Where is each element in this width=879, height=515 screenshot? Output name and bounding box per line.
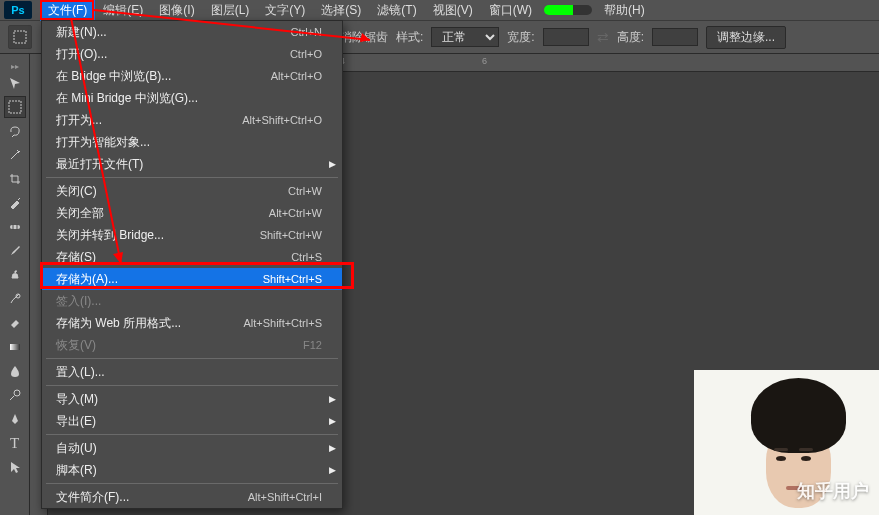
file-menu-dropdown: 新建(N)...Ctrl+N打开(O)...Ctrl+O在 Bridge 中浏览… [41,20,343,509]
menu-item[interactable]: 最近打开文件(T)▶ [42,153,342,175]
style-select[interactable]: 正常 [431,27,499,47]
eyedropper-tool[interactable] [4,192,26,214]
menu-item-label: 新建(N)... [56,24,107,41]
menu-item[interactable]: 存储为(A)...Shift+Ctrl+S [42,268,342,290]
crop-tool[interactable] [4,168,26,190]
dodge-tool[interactable] [4,384,26,406]
menu-select[interactable]: 选择(S) [313,0,369,21]
clone-stamp-tool[interactable] [4,264,26,286]
brush-tool[interactable] [4,240,26,262]
menu-item[interactable]: 置入(L)... [42,361,342,383]
menu-item-shortcut: Alt+Shift+Ctrl+I [248,491,322,503]
document-image: 知乎用户 [694,370,879,515]
antialias-label: 消除锯齿 [340,29,388,46]
healing-brush-tool[interactable] [4,216,26,238]
menu-item[interactable]: 打开(O)...Ctrl+O [42,43,342,65]
style-label: 样式: [396,29,423,46]
menu-item-shortcut: F12 [303,339,322,351]
menu-view[interactable]: 视图(V) [425,0,481,21]
expand-toolbar-icon[interactable]: ▸▸ [10,62,20,70]
menu-item-shortcut: Alt+Shift+Ctrl+S [243,317,322,329]
menu-item-shortcut: Shift+Ctrl+W [260,229,322,241]
menu-item: 恢复(V)F12 [42,334,342,356]
menu-item-label: 关闭并转到 Bridge... [56,227,164,244]
menu-item-label: 存储为(A)... [56,271,118,288]
menu-item[interactable]: 关闭全部Alt+Ctrl+W [42,202,342,224]
menu-item-shortcut: Ctrl+N [291,26,322,38]
menu-item[interactable]: 打开为智能对象... [42,131,342,153]
svg-rect-0 [14,31,26,43]
height-input[interactable] [652,28,698,46]
refine-edge-button[interactable]: 调整边缘... [706,26,786,49]
tool-preset-icon[interactable] [8,25,32,49]
menu-item-shortcut: Alt+Ctrl+W [269,207,322,219]
menu-item-label: 存储为 Web 所用格式... [56,315,181,332]
menu-window[interactable]: 窗口(W) [481,0,540,21]
submenu-arrow-icon: ▶ [329,394,336,404]
menu-type[interactable]: 文字(Y) [257,0,313,21]
menu-item: 签入(I)... [42,290,342,312]
menu-item-label: 自动(U) [56,440,97,457]
path-selection-tool[interactable] [4,456,26,478]
menu-item[interactable]: 在 Mini Bridge 中浏览(G)... [42,87,342,109]
gradient-tool[interactable] [4,336,26,358]
menu-item-label: 在 Mini Bridge 中浏览(G)... [56,90,198,107]
menu-item-label: 打开为智能对象... [56,134,150,151]
submenu-arrow-icon: ▶ [329,159,336,169]
menu-item-label: 置入(L)... [56,364,105,381]
swap-icon[interactable]: ⇄ [597,29,609,45]
lasso-tool[interactable] [4,120,26,142]
menu-image[interactable]: 图像(I) [151,0,202,21]
menu-item[interactable]: 脚本(R)▶ [42,459,342,481]
type-tool[interactable]: T [4,432,26,454]
menu-item-label: 导出(E) [56,413,96,430]
marquee-tool[interactable] [4,96,26,118]
submenu-arrow-icon: ▶ [329,465,336,475]
menu-item[interactable]: 新建(N)...Ctrl+N [42,21,342,43]
menu-item[interactable]: 存储(S)Ctrl+S [42,246,342,268]
eraser-tool[interactable] [4,312,26,334]
menu-item[interactable]: 打开为...Alt+Shift+Ctrl+O [42,109,342,131]
menu-file[interactable]: 文件(F) [40,0,95,21]
menu-item[interactable]: 在 Bridge 中浏览(B)...Alt+Ctrl+O [42,65,342,87]
menu-item-label: 关闭(C) [56,183,97,200]
menu-item-label: 签入(I)... [56,293,101,310]
blur-tool[interactable] [4,360,26,382]
svg-rect-1 [9,101,21,113]
menu-layer[interactable]: 图层(L) [203,0,258,21]
marquee-icon [13,30,27,44]
menu-item-label: 文件简介(F)... [56,489,129,506]
toolbar: ▸▸ T [0,54,30,515]
menu-item-label: 打开(O)... [56,46,107,63]
menu-filter[interactable]: 滤镜(T) [369,0,424,21]
menu-item-shortcut: Ctrl+O [290,48,322,60]
submenu-arrow-icon: ▶ [329,443,336,453]
menu-item-shortcut: Alt+Shift+Ctrl+O [242,114,322,126]
menu-item[interactable]: 导入(M)▶ [42,388,342,410]
history-brush-tool[interactable] [4,288,26,310]
menubar: Ps 文件(F) 编辑(E) 图像(I) 图层(L) 文字(Y) 选择(S) 滤… [0,0,879,20]
menu-item[interactable]: 关闭并转到 Bridge...Shift+Ctrl+W [42,224,342,246]
magic-wand-tool[interactable] [4,144,26,166]
menu-item-label: 导入(M) [56,391,98,408]
move-tool[interactable] [4,72,26,94]
menu-item-label: 最近打开文件(T) [56,156,143,173]
width-label: 宽度: [507,29,534,46]
svg-rect-4 [10,344,20,350]
menu-item[interactable]: 自动(U)▶ [42,437,342,459]
menu-item[interactable]: 导出(E)▶ [42,410,342,432]
pen-tool[interactable] [4,408,26,430]
menu-item-label: 打开为... [56,112,102,129]
menu-item-shortcut: Ctrl+S [291,251,322,263]
width-input[interactable] [543,28,589,46]
menu-item[interactable]: 文件简介(F)...Alt+Shift+Ctrl+I [42,486,342,508]
menu-item-label: 脚本(R) [56,462,97,479]
menu-item[interactable]: 存储为 Web 所用格式...Alt+Shift+Ctrl+S [42,312,342,334]
watermark-text: 知乎用户 [797,479,869,503]
menu-item-label: 在 Bridge 中浏览(B)... [56,68,171,85]
app-logo: Ps [4,1,32,19]
menu-item[interactable]: 关闭(C)Ctrl+W [42,180,342,202]
menu-edit[interactable]: 编辑(E) [95,0,151,21]
menu-help[interactable]: 帮助(H) [596,0,653,21]
menu-item-shortcut: Alt+Ctrl+O [271,70,322,82]
